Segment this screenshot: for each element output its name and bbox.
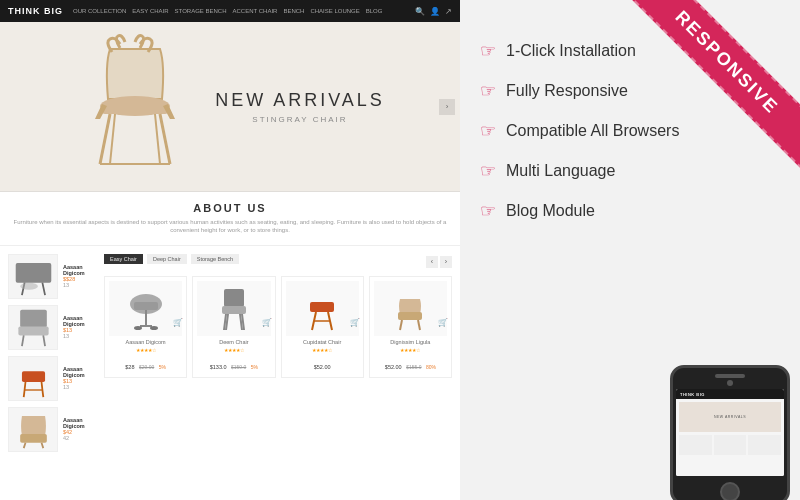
product-list-name: Aasaan Digicom [63, 366, 98, 378]
product-tab[interactable]: Deep Chair [147, 254, 187, 264]
product-card-image [197, 281, 270, 336]
cart-icon[interactable]: 🛒 [438, 318, 448, 327]
phone-screen-hero-text: NEW ARRIVALS [714, 415, 746, 419]
phone-screen-item [714, 435, 747, 455]
product-card-stars: ★★★★☆ [286, 347, 359, 353]
svg-rect-34 [310, 302, 334, 312]
product-list-name: Aasaan Digicom [63, 315, 98, 327]
product-list-info: Aasaan Digicom $13 13 [63, 315, 98, 339]
product-list-name: Aasaan Digicom [63, 417, 98, 429]
about-section: ABOUT US Furniture when its essential as… [0, 192, 460, 246]
site-nav-link[interactable]: CHAISE LOUNGE [310, 8, 359, 14]
ribbon-container: RESPONSIVE [600, 0, 800, 200]
product-list-number: 13 [63, 333, 98, 339]
product-list-thumb [8, 305, 58, 350]
product-list-item: Aasaan Digicom $13 13 [8, 356, 98, 401]
product-card-name: Aasaan Digicom [109, 339, 182, 345]
share-icon: ↗ [445, 7, 452, 16]
feature-icon: ☞ [480, 80, 496, 102]
phone-camera [727, 380, 733, 386]
about-title: ABOUT US [10, 202, 450, 214]
svg-line-4 [110, 114, 115, 164]
svg-line-14 [43, 336, 45, 347]
cart-icon[interactable]: 🛒 [350, 318, 360, 327]
svg-rect-19 [20, 434, 47, 443]
feature-icon: ☞ [480, 120, 496, 142]
product-list-sidebar: Aasaan Digicom $$28 13 Aasaan Digicom $1… [8, 254, 98, 458]
feature-label: Blog Module [506, 202, 595, 220]
site-nav-link[interactable]: BENCH [283, 8, 304, 14]
svg-line-3 [160, 114, 170, 164]
product-card-pricing: $52.00 [286, 355, 359, 373]
product-list-thumb [8, 407, 58, 452]
feature-label: Multi Language [506, 162, 615, 180]
product-card-name: Deem Chair [197, 339, 270, 345]
product-list-item: Aasaan Digicom $42 42 [8, 407, 98, 452]
svg-rect-7 [15, 263, 51, 283]
svg-point-27 [150, 326, 158, 330]
product-list-number: 13 [63, 282, 98, 288]
product-card: Deem Chair ★★★★☆ $133.0 $159.0 5% 🛒 [192, 276, 275, 378]
product-card-price: $52.00 [314, 364, 331, 370]
product-card-price: $28 [125, 364, 134, 370]
phone-screen-logo: THINK BIG [680, 392, 705, 397]
site-nav-link[interactable]: BLOG [366, 8, 383, 14]
product-list-item: Aasaan Digicom $$28 13 [8, 254, 98, 299]
product-list-number: 42 [63, 435, 98, 441]
site-nav-link[interactable]: EASY CHAIR [132, 8, 168, 14]
responsive-ribbon: RESPONSIVE [620, 0, 800, 169]
svg-line-9 [42, 283, 45, 295]
cart-icon[interactable]: 🛒 [173, 318, 183, 327]
product-card-stars: ★★★★☆ [374, 347, 447, 353]
svg-rect-28 [224, 289, 244, 307]
product-card-stars: ★★★★☆ [197, 347, 270, 353]
product-card-price: $52.00 [385, 364, 402, 370]
site-nav-icons: 🔍 👤 ↗ [415, 7, 452, 16]
svg-rect-29 [222, 306, 246, 314]
product-next-arrow[interactable]: › [440, 256, 452, 268]
product-card-pricing: $28 $29.00 5% [109, 355, 182, 373]
product-card-image [286, 281, 359, 336]
hero-title: NEW ARRIVALS [215, 90, 385, 111]
phone-home-button [720, 482, 740, 500]
svg-rect-23 [134, 302, 158, 310]
site-nav-link[interactable]: ACCENT CHAIR [232, 8, 277, 14]
site-logo: THINK BIG [8, 6, 63, 16]
about-text: Furniture when its essential aspects is … [10, 218, 450, 235]
feature-icon: ☞ [480, 200, 496, 222]
phone-screen-hero: NEW ARRIVALS [679, 402, 781, 432]
feature-icon: ☞ [480, 40, 496, 62]
product-card-image [374, 281, 447, 336]
hero-subtitle: STINGRAY CHAIR [215, 115, 385, 124]
user-icon: 👤 [430, 7, 440, 16]
product-card-pricing: $52.00 $155.0 80% [374, 355, 447, 373]
feature-icon: ☞ [480, 160, 496, 182]
svg-line-39 [400, 320, 402, 330]
svg-point-26 [134, 326, 142, 330]
product-list-thumb [8, 254, 58, 299]
product-old-price: $155.0 [406, 364, 421, 370]
svg-line-13 [21, 336, 23, 347]
product-card-price: $133.0 [210, 364, 227, 370]
product-tab[interactable]: Storage Bench [191, 254, 239, 264]
site-nav-link[interactable]: STORAGE BENCH [175, 8, 227, 14]
product-card: Cupidatat Chair ★★★★☆ $52.00 🛒 [281, 276, 364, 378]
product-card-pricing: $133.0 $159.0 5% [197, 355, 270, 373]
phone-screen-item [679, 435, 712, 455]
product-discount: 80% [426, 364, 436, 370]
phone-screen-navbar: THINK BIG [676, 389, 784, 399]
product-prev-arrow[interactable]: ‹ [426, 256, 438, 268]
site-nav-link[interactable]: OUR COLLECTION [73, 8, 126, 14]
phone-screen-content: NEW ARRIVALS [676, 399, 784, 476]
product-grid-area: Easy ChairDeep ChairStorage Bench ‹ › Aa… [104, 254, 452, 458]
product-list-number: 13 [63, 384, 98, 390]
product-list-info: Aasaan Digicom $42 42 [63, 417, 98, 441]
product-list-thumb [8, 356, 58, 401]
cart-icon[interactable]: 🛒 [262, 318, 272, 327]
product-list-info: Aasaan Digicom $13 13 [63, 366, 98, 390]
phone-screen: THINK BIG NEW ARRIVALS [676, 389, 784, 476]
hero-next-arrow[interactable]: › [439, 99, 455, 115]
product-tab[interactable]: Easy Chair [104, 254, 143, 264]
phone-screen-row [679, 435, 781, 455]
product-card-name: Dignissim Ligula [374, 339, 447, 345]
